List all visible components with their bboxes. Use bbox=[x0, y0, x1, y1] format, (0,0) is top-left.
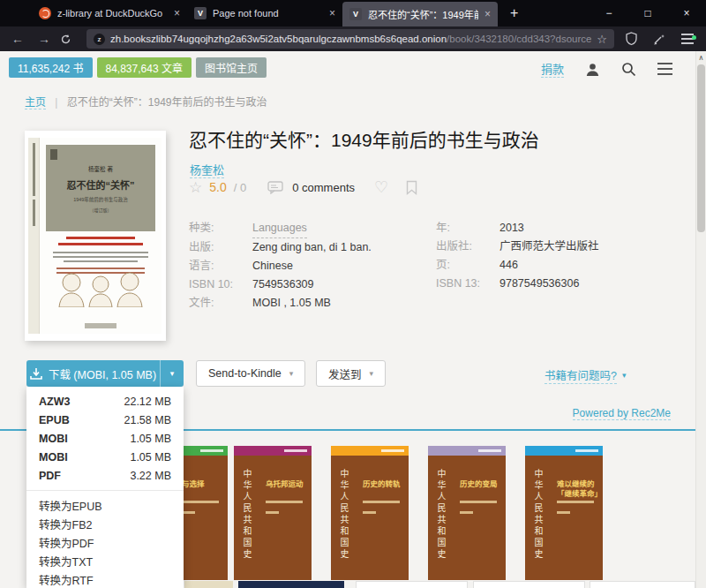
book-cover-front: 杨奎松 著 忍不住的“关怀” 1949年前后的书生与政治 〔增订版〕 bbox=[40, 138, 161, 334]
site-menu-icon[interactable] bbox=[657, 63, 672, 76]
menu-item-format[interactable]: PDF 3.22 MB bbox=[26, 466, 184, 485]
categories-link[interactable]: Languages bbox=[252, 219, 307, 238]
format-name: EPUB bbox=[39, 414, 70, 426]
save-bookmark-icon[interactable] bbox=[406, 180, 417, 195]
profile-icon[interactable] bbox=[585, 62, 600, 77]
tab-close-icon[interactable]: × bbox=[174, 7, 180, 19]
powered-by-rec2me-link[interactable]: Powered by Rec2Me bbox=[573, 407, 671, 420]
rating-count: / 0 bbox=[234, 181, 246, 194]
recommended-cover[interactable]: 中华人民共和国史 历史的转轨 bbox=[331, 446, 409, 580]
menu-item-format[interactable]: MOBI 1.05 MB bbox=[26, 429, 184, 448]
reload-icon[interactable] bbox=[60, 34, 81, 45]
window-minimize-button[interactable]: − bbox=[590, 0, 628, 26]
series-calligraphy: 中华人民共和国史 bbox=[337, 469, 350, 575]
book-details-right: 年: 2013 出版社: 广西师范大学出版社 页: 446 ISBN 13: 9… bbox=[436, 219, 599, 293]
back-button[interactable]: ← bbox=[7, 32, 28, 46]
detail-value: MOBI , 1.05 MB bbox=[252, 294, 331, 313]
menu-item-convert[interactable]: 转换为EPUB bbox=[26, 496, 184, 515]
book-details-left: 种类: Languages 出版: Zeng ding ban, di 1 ba… bbox=[189, 219, 372, 313]
report-book-issue: 书籍有问题吗? ▾ bbox=[545, 366, 626, 384]
library-home-badge[interactable]: 图书馆主页 bbox=[196, 57, 267, 78]
send-to-label: 发送到 bbox=[328, 366, 362, 382]
detail-row: 语言: Chinese bbox=[189, 257, 372, 275]
recommended-cover-partial[interactable] bbox=[238, 581, 344, 588]
forward-button[interactable]: → bbox=[34, 32, 55, 46]
detail-value: Chinese bbox=[252, 257, 293, 275]
publisher-logo bbox=[85, 323, 116, 328]
browser-menu-icon[interactable] bbox=[676, 34, 699, 44]
cover-red-tagline bbox=[66, 237, 135, 239]
menu-item-format[interactable]: MOBI 1.05 MB bbox=[26, 448, 184, 466]
tab-page-not-found[interactable]: V Page not found × bbox=[187, 0, 342, 26]
cover-text-line bbox=[53, 252, 148, 253]
window-maximize-button[interactable]: □ bbox=[628, 0, 667, 26]
recommended-cover-partial[interactable] bbox=[590, 581, 695, 588]
send-to-kindle-label: Send-to-Kindle bbox=[208, 367, 282, 380]
books-count-badge[interactable]: 11,635,242 书 bbox=[9, 57, 93, 78]
rating-star-icon[interactable]: ☆ bbox=[189, 178, 202, 197]
window-close-button[interactable]: × bbox=[667, 0, 706, 26]
detail-value: 广西师范大学出版社 bbox=[499, 237, 599, 256]
tab-close-icon[interactable]: × bbox=[484, 8, 491, 20]
download-button[interactable]: 下载 (MOBI, 1.05 MB) bbox=[26, 360, 160, 387]
detail-row: 出版: Zeng ding ban, di 1 ban. bbox=[189, 238, 372, 257]
url-bar[interactable]: z zh.bookszlibb74ugqojhzhg2a63w5i2atv5bq… bbox=[86, 29, 614, 49]
page-title: 忍不住的“关怀”：1949年前后的书生与政治 bbox=[189, 125, 683, 152]
shield-icon[interactable] bbox=[620, 32, 642, 46]
favorite-heart-icon[interactable]: ♡ bbox=[374, 177, 388, 197]
detail-label: 文件: bbox=[189, 294, 252, 313]
menu-item-convert[interactable]: 转换为RTF bbox=[26, 570, 184, 588]
recommended-cover[interactable]: 中华人民共和国史 难以继续的「继续革命」 bbox=[525, 446, 603, 580]
update-badge bbox=[692, 35, 696, 40]
menu-item-convert[interactable]: 转换为PDF bbox=[26, 533, 184, 552]
detail-row: 出版社: 广西师范大学出版社 bbox=[436, 237, 599, 256]
recommended-cover[interactable]: 中华人民共和国史 历史的变局 bbox=[428, 446, 506, 580]
recommended-cover-partial[interactable] bbox=[473, 581, 585, 588]
cover-author-line bbox=[266, 511, 279, 514]
comment-bubble-icon bbox=[267, 181, 283, 194]
cover-subtitle-line bbox=[557, 501, 594, 503]
author-link[interactable]: 杨奎松 bbox=[190, 161, 224, 178]
cover-title: 忍不住的“关怀” bbox=[46, 177, 155, 192]
new-tab-button[interactable]: + bbox=[498, 0, 530, 26]
new-identity-broom-icon[interactable] bbox=[648, 33, 671, 46]
recommended-cover-partial[interactable] bbox=[184, 581, 233, 588]
scroll-up-arrow[interactable]: ∧ bbox=[696, 51, 706, 62]
rating-row: ☆ 5.0 / 0 0 comments ♡ bbox=[189, 177, 417, 197]
cover-subtitle: 1949年前后的书生与政治 bbox=[46, 196, 155, 203]
header-actions: 捐款 bbox=[541, 60, 672, 78]
format-name: PDF bbox=[39, 470, 61, 482]
tab-close-icon[interactable]: × bbox=[329, 7, 335, 19]
recommended-cover-partial[interactable] bbox=[356, 581, 468, 588]
scrollbar-thumb[interactable] bbox=[697, 64, 705, 232]
cover-portraits-sketch bbox=[40, 268, 161, 307]
send-to-button[interactable]: 发送到 ▾ bbox=[316, 360, 386, 387]
detail-label: 出版社: bbox=[436, 237, 499, 256]
detail-row: 种类: Languages bbox=[189, 219, 372, 238]
donate-link[interactable]: 捐款 bbox=[541, 60, 564, 78]
detail-value: 2013 bbox=[499, 219, 524, 237]
download-label: 下载 (MOBI, 1.05 MB) bbox=[49, 366, 156, 382]
tab-book-page-active[interactable]: V 忍不住的“关怀”：1949年前后的 × bbox=[342, 2, 498, 26]
menu-item-convert[interactable]: 转换为TXT bbox=[26, 552, 184, 570]
menu-item-format[interactable]: AZW3 22.12 MB bbox=[26, 392, 184, 411]
recommended-cover[interactable]: 中华人民共和国史 乌托邦运动 bbox=[234, 446, 312, 580]
book-cover-image[interactable]: 杨奎松 著 忍不住的“关怀” 1949年前后的书生与政治 〔增订版〕 bbox=[25, 131, 166, 341]
report-link[interactable]: 书籍有问题吗? bbox=[545, 366, 617, 384]
menu-item-convert[interactable]: 转换为FB2 bbox=[26, 515, 184, 533]
send-to-kindle-button[interactable]: Send-to-Kindle ▾ bbox=[196, 360, 305, 387]
tab-duckduckgo[interactable]: z-library at DuckDuckGo × bbox=[32, 0, 187, 26]
page-scrollbar[interactable]: ∧ bbox=[695, 51, 706, 588]
menu-item-format[interactable]: EPUB 21.58 MB bbox=[26, 411, 184, 429]
comments-count[interactable]: 0 comments bbox=[292, 181, 355, 194]
library-stat-badges: 11,635,242 书 84,837,643 文章 图书馆主页 bbox=[9, 57, 267, 78]
breadcrumb-home-link[interactable]: 主页 bbox=[25, 96, 46, 109]
download-options-caret[interactable]: ▾ bbox=[160, 360, 184, 387]
bookmark-star-icon[interactable]: ☆ bbox=[597, 33, 607, 46]
format-name: MOBI bbox=[39, 433, 68, 445]
format-size: 1.05 MB bbox=[130, 451, 171, 464]
url-path: /book/3432180/cdd343?dsource=recom bbox=[447, 34, 591, 44]
articles-count-badge[interactable]: 84,837,643 文章 bbox=[97, 57, 192, 78]
cover-title: 乌托邦运动 bbox=[266, 479, 308, 489]
search-icon[interactable] bbox=[621, 62, 636, 77]
